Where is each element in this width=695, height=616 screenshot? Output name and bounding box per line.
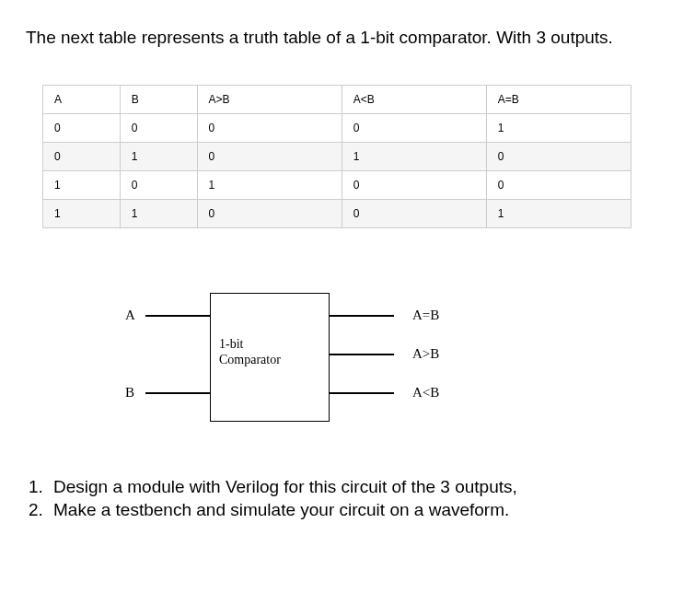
header-a: A: [43, 86, 121, 114]
table-row: 1 1 0 0 1: [43, 200, 631, 228]
cell: 1: [197, 171, 342, 200]
cell: 1: [486, 114, 631, 143]
cell: 1: [120, 143, 197, 171]
cell: 1: [486, 200, 631, 228]
truth-table: A B A>B A<B A=B 0 0 0 0 1 0 1 0 1 0 1 0 …: [42, 85, 631, 228]
cell: 0: [43, 114, 121, 143]
header-b: B: [120, 86, 197, 114]
cell: 0: [342, 114, 486, 143]
intro-text: The next table represents a truth table …: [26, 28, 669, 48]
cell: 0: [197, 114, 342, 143]
header-agtb: A>B: [197, 86, 342, 114]
comparator-box-label: 1-bit Comparator: [219, 337, 281, 368]
cell: 0: [486, 171, 631, 200]
cell: 0: [486, 143, 631, 171]
cell: 0: [197, 200, 342, 228]
cell: 0: [120, 114, 197, 143]
wire-input-b: [145, 392, 210, 394]
cell: 1: [43, 171, 121, 200]
label-output-aeqb: A=B: [412, 308, 439, 323]
table-row: 0 1 0 1 0: [43, 143, 631, 171]
wire-input-a: [145, 315, 210, 317]
label-input-a: A: [125, 308, 135, 323]
cell: 0: [120, 171, 197, 200]
label-output-agtb: A>B: [412, 346, 439, 362]
label-input-b: B: [125, 385, 134, 401]
wire-output-agtb: [330, 354, 394, 355]
box-line2: Comparator: [219, 353, 281, 366]
box-line1: 1-bit: [219, 337, 243, 351]
cell: 0: [197, 143, 342, 171]
cell: 0: [342, 200, 486, 228]
cell: 1: [43, 200, 121, 228]
cell: 0: [342, 171, 486, 200]
question-1: Design a module with Verilog for this ci…: [48, 477, 669, 497]
table-row: 1 0 1 0 0: [43, 171, 631, 200]
table-header-row: A B A>B A<B A=B: [43, 86, 631, 114]
table-row: 0 0 0 0 1: [43, 114, 631, 143]
question-2: Make a testbench and simulate your circu…: [48, 500, 669, 520]
cell: 1: [342, 143, 486, 171]
cell: 1: [120, 200, 197, 228]
header-aeqb: A=B: [486, 86, 631, 114]
wire-output-altb: [330, 392, 394, 394]
label-output-altb: A<B: [412, 385, 439, 401]
header-altb: A<B: [342, 86, 486, 114]
wire-output-aeqb: [330, 315, 394, 317]
question-list: Design a module with Verilog for this ci…: [26, 477, 669, 520]
cell: 0: [43, 143, 121, 171]
comparator-diagram: 1-bit Comparator A B A=B A>B A<B: [81, 274, 541, 431]
